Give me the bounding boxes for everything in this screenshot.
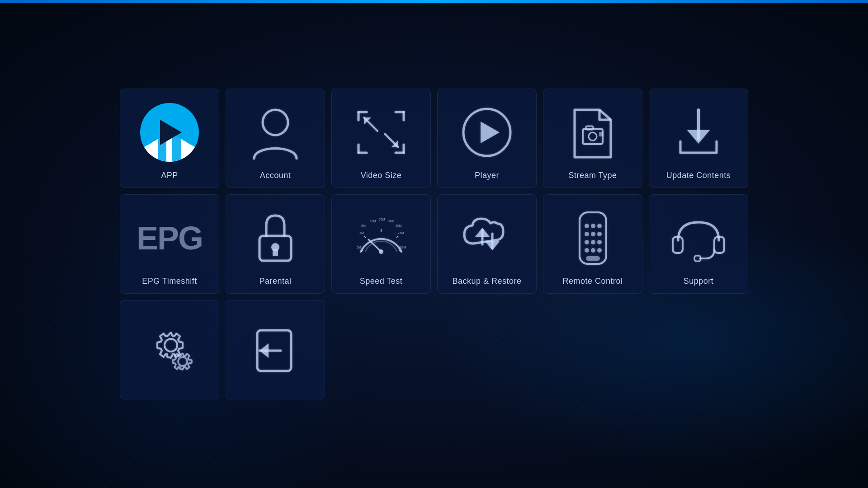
tile-parental[interactable]: Parental [226,194,325,294]
settings-grid: APP Account [106,75,762,413]
tile-player[interactable]: Player [437,89,537,188]
svg-text:0M: 0M [357,246,361,249]
svg-point-62 [178,357,187,366]
svg-rect-15 [583,129,603,144]
tile-app[interactable]: APP [120,89,219,188]
remote-control-icon [548,204,637,272]
tile-update-contents[interactable]: Update Contents [649,89,748,188]
tile-remote-control-label: Remote Control [562,277,623,286]
tile-backup-restore[interactable]: Backup & Restore [437,194,537,294]
tile-support[interactable]: Support [649,194,748,294]
stream-type-icon [548,98,637,166]
tile-player-label: Player [475,171,499,180]
backup-restore-icon [442,204,532,272]
svg-line-25 [364,236,366,238]
settings-icon [125,310,214,392]
svg-text:30M: 30M [388,220,395,223]
svg-point-51 [585,240,589,244]
svg-text:75M: 75M [398,231,404,235]
update-contents-icon [654,98,743,166]
tile-backup-restore-label: Backup & Restore [452,277,521,286]
tile-logout[interactable] [226,300,325,399]
tile-epg-timeshift[interactable]: EPG EPG Timeshift [120,194,219,294]
svg-point-16 [589,132,597,141]
svg-point-54 [585,248,589,253]
tile-account[interactable]: Account [226,89,325,188]
svg-point-61 [165,339,177,352]
account-icon [231,98,320,166]
player-icon [442,98,532,166]
svg-point-39 [379,249,383,254]
logout-icon [231,310,320,392]
svg-point-48 [585,232,589,236]
svg-point-0 [263,110,288,135]
svg-line-27 [396,236,398,238]
app-icon [125,98,214,166]
parental-icon [231,204,320,272]
tile-settings[interactable] [120,300,219,399]
svg-rect-18 [599,132,604,136]
svg-text:5M: 5M [361,224,366,227]
tile-account-label: Account [260,171,291,180]
svg-text:50M: 50M [396,224,402,227]
tile-epg-timeshift-label: EPG Timeshift [142,277,197,286]
svg-marker-14 [481,122,500,143]
support-icon [654,204,743,272]
tile-app-label: APP [161,171,178,180]
svg-marker-65 [259,343,269,358]
svg-text:100M: 100M [398,246,406,249]
video-size-icon [336,98,426,166]
tile-stream-type[interactable]: Stream Type [543,89,642,188]
epg-timeshift-icon: EPG [125,204,214,272]
svg-point-46 [591,224,595,228]
svg-point-52 [591,240,595,244]
svg-text:20M: 20M [379,218,385,221]
svg-marker-20 [687,130,710,144]
tile-video-size-label: Video Size [361,171,402,180]
tile-speed-test-label: Speed Test [360,277,403,286]
tile-speed-test[interactable]: 0M 1M 5M 10M 20M 30M 50M 75M 100M Speed … [331,194,431,294]
svg-rect-44 [580,212,606,264]
svg-rect-23 [273,249,278,256]
svg-point-47 [597,224,602,228]
svg-rect-57 [586,256,600,261]
tile-stream-type-label: Stream Type [568,171,617,180]
tile-support-label: Support [684,277,714,286]
svg-marker-41 [475,228,490,237]
tile-remote-control[interactable]: Remote Control [543,194,642,294]
svg-point-49 [591,232,595,236]
svg-marker-43 [485,241,500,250]
svg-text:1M: 1M [359,231,364,235]
svg-point-50 [597,232,602,236]
svg-point-55 [591,248,595,253]
tile-update-contents-label: Update Contents [666,171,731,180]
tile-parental-label: Parental [259,277,291,286]
svg-point-53 [597,240,602,244]
svg-point-56 [597,248,602,253]
tile-video-size[interactable]: Video Size [331,89,431,188]
svg-text:10M: 10M [370,220,376,223]
speed-test-icon: 0M 1M 5M 10M 20M 30M 50M 75M 100M [336,204,426,272]
svg-point-45 [585,224,589,228]
